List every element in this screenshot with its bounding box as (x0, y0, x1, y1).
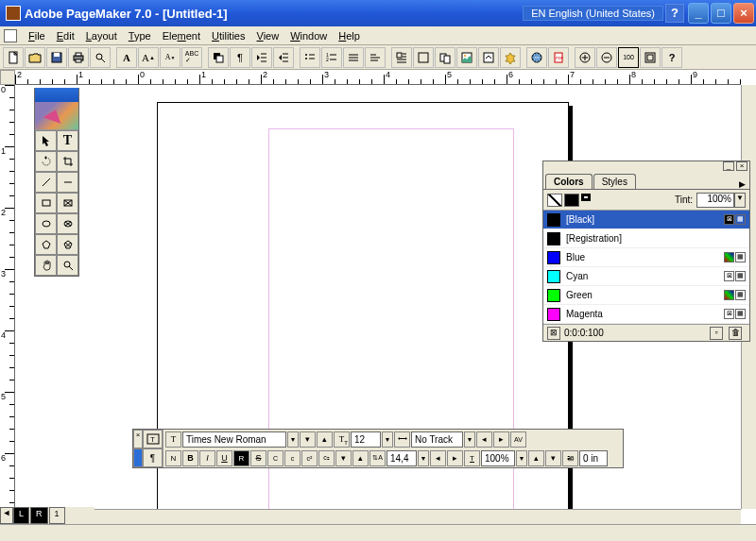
new-color-icon[interactable]: ▫ (710, 327, 723, 340)
color-row-green[interactable]: Green ▦ (543, 286, 749, 305)
plugin-button[interactable] (500, 47, 521, 68)
vertical-ruler[interactable]: 01234567 (0, 85, 15, 509)
language-indicator[interactable]: EN English (United States) (523, 6, 663, 21)
tracking-field[interactable]: No Track (411, 431, 463, 448)
save-button[interactable] (46, 47, 67, 68)
hscale-narrow-icon[interactable]: ◂ (430, 450, 446, 466)
italic-button[interactable]: I (199, 450, 215, 466)
numbering-button[interactable]: 12 (321, 47, 342, 68)
para-format-button[interactable]: ¶ (230, 47, 250, 68)
menu-view[interactable]: View (250, 30, 284, 42)
trash-icon[interactable]: 🗑 (729, 327, 742, 340)
text-wrap-button[interactable] (391, 47, 412, 68)
stroke-swatch[interactable] (547, 194, 562, 207)
tracking-dropdown-icon[interactable]: ▼ (464, 431, 475, 448)
decrease-size-button[interactable]: A▼ (160, 47, 180, 68)
baseline-field[interactable]: 0 in (579, 450, 608, 466)
para-mode-button[interactable]: ¶ (143, 448, 163, 467)
fill-stroke-button[interactable] (208, 47, 229, 68)
size-up-icon[interactable]: ▴ (317, 431, 333, 448)
menu-layout[interactable]: Layout (80, 30, 123, 42)
kern-right-icon[interactable]: ▸ (493, 431, 509, 448)
lead-up-icon[interactable]: ▴ (352, 450, 369, 466)
leading-dropdown-icon[interactable]: ▼ (418, 450, 429, 466)
font-field[interactable]: Times New Roman (182, 431, 286, 448)
rotate-tool[interactable] (35, 151, 57, 172)
spellcheck-button[interactable]: ABC✓ (181, 47, 202, 68)
hand-tool[interactable] (35, 255, 57, 276)
bullets-button[interactable] (300, 47, 320, 68)
master-left-tab[interactable]: L (13, 507, 29, 524)
hscale-field[interactable]: 100% (481, 450, 515, 466)
menu-element[interactable]: Element (157, 30, 206, 42)
help-icon[interactable]: ? (665, 4, 684, 23)
rectangle-tool[interactable] (35, 193, 57, 213)
colors-tab[interactable]: Colors (545, 174, 593, 189)
menu-window[interactable]: Window (284, 30, 333, 42)
strike-button[interactable]: S (250, 450, 266, 466)
menu-type[interactable]: Type (123, 30, 157, 42)
document-icon[interactable] (4, 29, 17, 42)
outdent-button[interactable] (273, 47, 294, 68)
new-button[interactable] (3, 47, 24, 68)
zoom-tool[interactable] (57, 255, 78, 276)
size-dropdown-icon[interactable]: ▼ (382, 431, 393, 448)
tabs-button[interactable] (343, 47, 364, 68)
char-mode-button[interactable]: T (143, 430, 163, 448)
toolbox-titlebar[interactable] (35, 88, 78, 102)
polygon-frame-tool[interactable] (57, 234, 78, 255)
menu-file[interactable]: File (23, 30, 51, 42)
color-row-magenta[interactable]: Magenta ⊠▦ (543, 305, 749, 324)
polygon-tool[interactable] (35, 234, 57, 255)
char-format-button[interactable]: A (116, 47, 137, 68)
baseline-up-icon[interactable]: ▴ (528, 450, 544, 466)
print-button[interactable] (68, 47, 89, 68)
zoom-out-button[interactable] (596, 47, 617, 68)
picture-palette-button[interactable] (456, 47, 477, 68)
sub-button[interactable]: c₂ (318, 450, 335, 466)
fill-swatch[interactable] (564, 194, 579, 207)
menu-utilities[interactable]: Utilities (206, 30, 250, 42)
palette-close-icon[interactable]: × (736, 161, 747, 171)
color-row-cyan[interactable]: Cyan ⊠▦ (543, 267, 749, 286)
frame-button[interactable] (413, 47, 434, 68)
palette-minimize-icon[interactable]: _ (723, 161, 734, 171)
color-row-blue[interactable]: Blue ▦ (543, 248, 749, 267)
super-button[interactable]: c² (301, 450, 318, 466)
font-dropdown-icon[interactable]: ▼ (287, 431, 299, 448)
update-links-button[interactable] (435, 47, 455, 68)
styles-button[interactable] (365, 47, 386, 68)
fit-window-button[interactable] (640, 47, 661, 68)
html-export-button[interactable] (526, 47, 547, 68)
help-button[interactable]: ? (662, 47, 682, 68)
open-button[interactable] (25, 47, 45, 68)
underline-button[interactable]: U (216, 450, 232, 466)
pointer-tool[interactable] (35, 130, 57, 151)
constrained-line-tool[interactable] (57, 172, 78, 193)
horizontal-ruler[interactable]: 210123456789 (15, 70, 741, 85)
ruler-origin[interactable] (0, 70, 15, 85)
smallcaps-button[interactable]: c (284, 450, 301, 466)
bold-button[interactable]: B (182, 450, 198, 466)
hscale-dropdown-icon[interactable]: ▼ (516, 450, 527, 466)
find-button[interactable] (90, 47, 111, 68)
menu-edit[interactable]: Edit (51, 30, 80, 42)
size-field[interactable]: 12 (351, 431, 381, 448)
ellipse-frame-tool[interactable] (57, 213, 78, 234)
color-row-registration[interactable]: [Registration] (543, 229, 749, 248)
page-prev-icon[interactable]: ◄ (0, 507, 13, 524)
leading-field[interactable]: 14,4 (387, 450, 417, 466)
baseline-down-icon[interactable]: ▾ (545, 450, 561, 466)
rectangle-frame-tool[interactable] (57, 193, 78, 213)
tint-dropdown-icon[interactable]: ▼ (734, 193, 746, 208)
page-1-tab[interactable]: 1 (49, 507, 65, 524)
pdf-export-button[interactable]: PDF (548, 47, 569, 68)
control-grip[interactable] (133, 448, 143, 467)
actual-size-button[interactable]: 100 (618, 47, 639, 68)
place-button[interactable] (478, 47, 499, 68)
minimize-button[interactable]: _ (688, 3, 709, 24)
control-close-icon[interactable]: × (133, 430, 143, 448)
menu-help[interactable]: Help (333, 30, 366, 42)
size-down-icon[interactable]: ▾ (300, 431, 316, 448)
maximize-button[interactable]: □ (711, 3, 731, 24)
